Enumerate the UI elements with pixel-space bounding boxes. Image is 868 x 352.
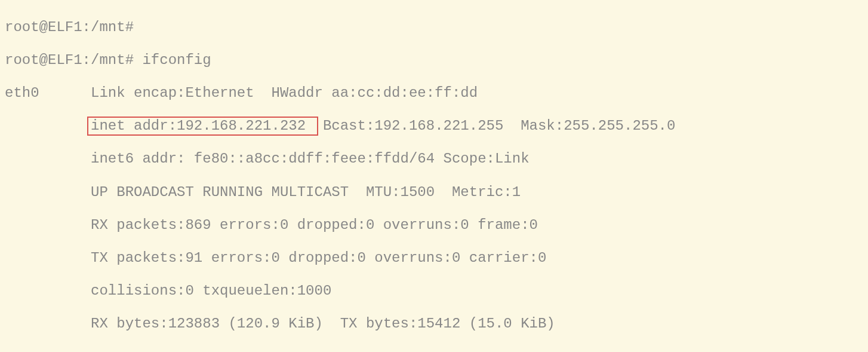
eth0-rx-packets-line: RX packets:869 errors:0 dropped:0 overru… (5, 217, 863, 234)
eth0-inet6-line: inet6 addr: fe80::a8cc:ddff:feee:ffdd/64… (5, 151, 863, 167)
eth0-link-line: eth0 Link encap:Ethernet HWaddr aa:cc:dd… (5, 85, 863, 102)
prompt-line-empty: root@ELF1:/mnt# (5, 19, 863, 36)
eth0-flags-line: UP BROADCAST RUNNING MULTICAST MTU:1500 … (5, 184, 863, 201)
eth0-collisions-line: collisions:0 txqueuelen:1000 (5, 283, 863, 299)
terminal-output[interactable]: root@ELF1:/mnt# root@ELF1:/mnt# ifconfig… (5, 2, 863, 352)
eth0-bytes-line: RX bytes:123883 (120.9 KiB) TX bytes:154… (5, 316, 863, 332)
eth0-tx-packets-line: TX packets:91 errors:0 dropped:0 overrun… (5, 250, 863, 267)
eth0-inet-line: inet addr:192.168.221.232 Bcast:192.168.… (5, 118, 863, 134)
highlighted-ip-address: inet addr:192.168.221.232 (87, 117, 318, 136)
prompt-line-command: root@ELF1:/mnt# ifconfig (5, 52, 863, 69)
blank-line (5, 348, 863, 352)
